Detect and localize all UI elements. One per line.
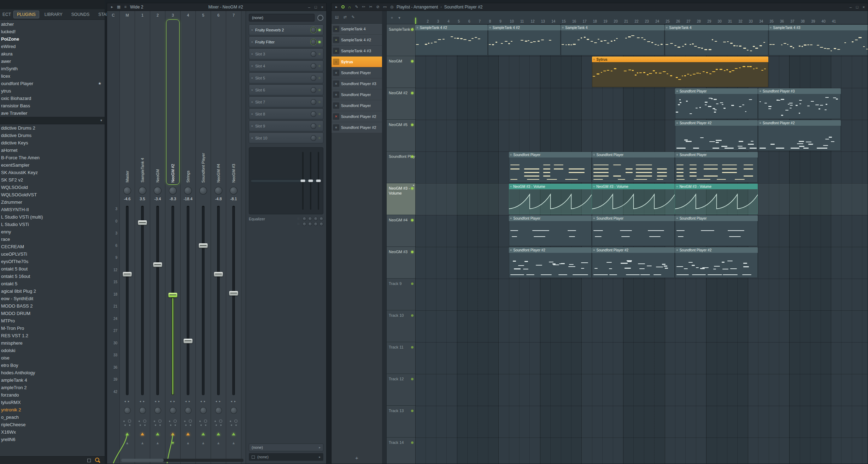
track-mute-led[interactable]	[411, 346, 414, 349]
pan-knob[interactable]	[169, 187, 177, 195]
route-toggle-icon[interactable]	[219, 420, 222, 423]
fader-area[interactable]	[120, 205, 135, 396]
fader-handle[interactable]	[169, 293, 177, 297]
eq-freq-knob[interactable]	[303, 217, 306, 221]
slot-mix-knob[interactable]	[311, 135, 316, 141]
playlist-track-row-1[interactable]: ≡SampleTank 4 #2≡SampleTank 4 #2≡SampleT…	[415, 24, 868, 56]
playlist-track-row-12[interactable]	[415, 374, 868, 406]
track-mute-led[interactable]	[411, 124, 414, 126]
pattern-clip[interactable]: ≡Soundfont Player #3	[758, 88, 841, 119]
track-header-10[interactable]: Track 10	[387, 310, 415, 342]
browser-group-divider[interactable]: ▾	[0, 117, 105, 124]
pan-knob[interactable]	[215, 187, 222, 195]
pattern-item[interactable]: ≡Sytrus	[332, 56, 382, 67]
automation-clip[interactable]: ≈NeoGM #3 - Volume	[675, 184, 758, 214]
zoom-tool-icon[interactable]: ◎	[390, 5, 394, 9]
pattern-item[interactable]: ≡Soundfont Player #2	[332, 122, 382, 133]
effect-slot-9[interactable]: ▸Slot 9	[249, 120, 323, 131]
playlist-track-row-13[interactable]	[415, 406, 868, 438]
slot-enable-led[interactable]	[318, 29, 321, 31]
clip-header[interactable]: ≡SampleTank 4	[561, 25, 664, 30]
led-dot[interactable]	[200, 424, 202, 426]
arm-arrow-icon[interactable]	[217, 433, 220, 435]
track-mute-led[interactable]	[411, 219, 414, 221]
arm-arrow-icon[interactable]	[156, 433, 159, 435]
clip-header[interactable]: ≡Soundfont Player	[509, 215, 592, 221]
led-dot[interactable]	[144, 424, 146, 426]
mute-tool-icon[interactable]: ⊘	[376, 5, 380, 9]
browser-item[interactable]: imSynth	[0, 65, 105, 72]
browser-item[interactable]: enny	[0, 228, 105, 236]
stereo-separation-control[interactable]: ◂ ▸	[196, 397, 211, 405]
fader-handle[interactable]	[214, 272, 223, 276]
browser-item[interactable]: yntronik 2	[0, 406, 105, 414]
fader-handle[interactable]	[138, 220, 147, 225]
playlist-track-row-10[interactable]	[415, 310, 868, 342]
pan-knob[interactable]	[230, 187, 237, 195]
track-mute-led[interactable]	[411, 251, 414, 253]
led-dot[interactable]	[184, 421, 186, 422]
led-dot[interactable]	[235, 424, 237, 426]
automation-clip[interactable]: ≈NeoGM #3 - Volume	[592, 184, 675, 214]
browser-item[interactable]: licex	[0, 72, 105, 80]
route-toggle-icon[interactable]	[204, 420, 207, 423]
slot-enable-led[interactable]	[318, 137, 321, 139]
fader-area[interactable]	[150, 205, 165, 396]
clip-header[interactable]: ≡Soundfont Player #2	[675, 120, 758, 126]
clip-header[interactable]: ≡SampleTank 4	[665, 25, 768, 30]
pattern-clip[interactable]: ≡Soundfont Player	[675, 215, 758, 246]
track-header-14[interactable]: Track 14	[387, 438, 415, 464]
mixer-strip-M[interactable]: MMaster-4.6◂ ▸▴	[120, 11, 135, 464]
add-pattern-button[interactable]: +	[390, 16, 394, 20]
track-header-9[interactable]: Track 9	[387, 279, 415, 310]
mixer-strip-2[interactable]: 2NeoGM-3.4◂ ▸▴	[150, 11, 165, 464]
browser-item[interactable]: hodes Anthology	[0, 369, 105, 376]
browser-item[interactable]: yrellN6	[0, 436, 105, 443]
fader-area[interactable]	[181, 205, 195, 396]
stereo-knob[interactable]	[154, 407, 161, 414]
led-dot[interactable]	[169, 421, 170, 422]
clip-header[interactable]: ≡Soundfont Player	[675, 88, 758, 94]
browser-item[interactable]: ave Traveller	[0, 109, 105, 117]
playlist-track-row-3[interactable]: ≡Soundfont Player≡Soundfont Player #3	[415, 88, 868, 120]
led-dot[interactable]	[216, 424, 217, 426]
package-icon[interactable]	[87, 459, 91, 462]
slot-enable-led[interactable]	[318, 53, 321, 55]
clip-header[interactable]: ≈NeoGM #3 - Volume	[675, 184, 758, 189]
browser-item[interactable]: Zdrummer	[0, 198, 105, 206]
pattern-item[interactable]: ≡SampleTank 4 #2	[332, 35, 382, 45]
playlist-track-row-8[interactable]: ≡Soundfont Player #2≡Soundfont Player #2…	[415, 247, 868, 279]
minimize-button[interactable]: –	[850, 5, 852, 9]
effect-slot-7[interactable]: ▸Slot 7	[249, 96, 323, 107]
eq-width-knob[interactable]	[314, 222, 318, 226]
rename-icon[interactable]: ✎	[351, 15, 355, 19]
led-dot[interactable]	[215, 421, 216, 422]
pattern-clip[interactable]: ≡SampleTank 4 #2	[415, 25, 488, 55]
browser-tab-library[interactable]: LIBRARY	[41, 11, 66, 18]
slot-enable-led[interactable]	[318, 65, 321, 67]
pattern-clip[interactable]: ≡Soundfont Player	[509, 215, 592, 246]
eq-band-slider[interactable]	[318, 152, 319, 210]
browser-item[interactable]: CECREAM	[0, 243, 105, 250]
eq-band-slider[interactable]	[310, 152, 311, 210]
effect-slot-4[interactable]: ▸Slot 4	[249, 60, 323, 71]
slot-enable-led[interactable]	[318, 41, 321, 43]
effect-slot-10[interactable]: ▸Slot 10	[249, 132, 323, 143]
eq-width-knob[interactable]	[308, 222, 312, 226]
browser-item[interactable]: etro Boy	[0, 362, 105, 369]
stereo-separation-control[interactable]: ◂ ▸	[150, 397, 165, 405]
clip-header[interactable]: ≡Sytrus	[592, 56, 768, 62]
browser-item[interactable]: RES VST 1.2	[0, 332, 105, 339]
slot-mix-knob[interactable]	[311, 39, 316, 45]
pattern-item[interactable]: ≡SampleTank 4	[332, 24, 382, 34]
eq-band-handle[interactable]	[316, 180, 321, 182]
route-arrow-icon[interactable]: ▴	[150, 438, 165, 447]
picker-divider[interactable]	[382, 11, 387, 464]
led-dot[interactable]	[220, 424, 222, 426]
arm-arrow-icon[interactable]	[186, 433, 190, 435]
track-header-12[interactable]: Track 12	[387, 374, 415, 406]
paint-tool-icon[interactable]: ✏	[362, 5, 366, 9]
track-mute-led[interactable]	[411, 282, 414, 285]
clip-header[interactable]: ≡Soundfont Player	[592, 152, 675, 157]
slot-mix-knob[interactable]	[311, 27, 316, 33]
